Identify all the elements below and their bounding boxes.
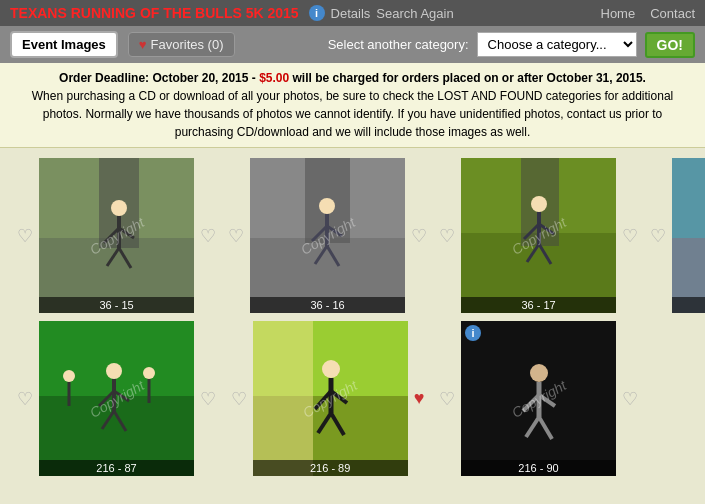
photo-item: ♡ [15,158,218,313]
svg-point-3 [111,200,127,216]
photo-svg [461,158,616,313]
header-bar: TEXANS RUNNING OF THE BULLS 5K 2015 i De… [0,0,705,26]
event-title: TEXANS RUNNING OF THE BULLS 5K 2015 [10,5,299,21]
photo-image: Copyright 216 - 89 [253,321,408,476]
photo-label: 216 - 89 [253,460,408,476]
photo-thumbnail[interactable]: Copyright 216 - 87 [39,321,194,476]
tab-favorites[interactable]: ♥ Favorites (0) [128,32,235,57]
photo-svg [253,321,408,476]
photo-image: Copyright 36 - 17 [461,158,616,313]
photo-item: ♡ Copyr [226,321,429,476]
heart-button-right[interactable]: ♡ [198,223,218,249]
notice-bar: Order Deadline: October 20, 2015 - $5.00… [0,63,705,148]
tab-event-images-label: Event Images [22,37,106,52]
category-selector: Select another category: Choose a catego… [328,32,695,58]
heart-button[interactable]: ♡ [437,386,457,412]
photo-label: 216 - 87 [39,460,194,476]
order-deadline: Order Deadline: October 20, 2015 - $5.00… [15,69,690,87]
photo-grid: ♡ [15,158,690,476]
photo-item: ♡ [648,158,705,313]
photo-label: 36 - 17 [461,297,616,313]
svg-rect-29 [672,158,705,238]
heart-button[interactable]: ♡ [229,386,249,412]
heart-button[interactable]: ♡ [15,223,35,249]
photo-label: 36 - 15 [39,297,194,313]
search-again-link[interactable]: Search Again [376,6,453,21]
photo-thumbnail[interactable]: Copyright 36 - 16 [250,158,405,313]
tab-event-images[interactable]: Event Images [10,31,118,58]
photo-thumbnail[interactable]: Copyright 216 - 89 [253,321,408,476]
photo-wrapper: ♡ [648,158,705,313]
heart-icon: ♥ [139,37,147,52]
tab-favorites-label: Favorites (0) [151,37,224,52]
photo-thumbnail[interactable]: Copyright 36 - 15 [39,158,194,313]
photo-image: Copyright 143 - 76 [672,158,705,313]
svg-point-52 [143,367,155,379]
header-nav: Home Contact [601,6,696,21]
svg-point-50 [63,370,75,382]
svg-point-57 [322,360,340,378]
svg-rect-56 [253,321,313,476]
heart-button[interactable]: ♡ [15,386,35,412]
photo-image: Copyright i 216 - 90 [461,321,616,476]
photo-wrapper: ♡ Copyr [437,158,640,313]
heart-button[interactable]: ♡ [437,223,457,249]
heart-button-right[interactable]: ♥ [412,386,427,411]
price-notice: $5.00 [259,71,289,85]
home-link[interactable]: Home [601,6,636,21]
details-link[interactable]: Details [331,6,371,21]
photo-label: 216 - 90 [461,460,616,476]
photo-wrapper: ♡ Copyright i [437,321,640,476]
photo-svg [39,158,194,313]
svg-point-12 [319,198,335,214]
photo-item: ♡ [15,321,218,476]
photo-svg [461,321,616,476]
category-select[interactable]: Choose a category... [477,32,637,57]
contact-link[interactable]: Contact [650,6,695,21]
svg-point-64 [530,364,548,382]
photo-item: ♡ Copyr [226,158,429,313]
header-left: TEXANS RUNNING OF THE BULLS 5K 2015 i De… [10,5,454,21]
photo-wrapper: ♡ Copyr [229,321,427,476]
heart-button[interactable]: ♡ [226,223,246,249]
heart-button-right[interactable]: ♡ [620,223,640,249]
photo-wrapper: ♡ [15,158,218,313]
heart-button-right[interactable]: ♡ [198,386,218,412]
go-button[interactable]: GO! [645,32,695,58]
svg-point-44 [106,363,122,379]
photo-item: ♡ Copyr [437,158,640,313]
photo-wrapper: ♡ [15,321,218,476]
photo-svg [39,321,194,476]
info-icon: i [309,5,325,21]
photo-thumbnail[interactable]: Copyright 36 - 17 [461,158,616,313]
heart-button-right[interactable]: ♡ [409,223,429,249]
photo-wrapper: ♡ Copyr [226,158,429,313]
photo-thumbnail[interactable]: Copyright i 216 - 90 [461,321,616,476]
photo-thumbnail[interactable]: Copyright 143 - 76 [672,158,705,313]
photo-item: ♡ Copyright i [437,321,640,476]
info-badge: i [465,325,481,341]
photo-image: Copyright 216 - 87 [39,321,194,476]
header-info: i Details Search Again [309,5,454,21]
heart-button-right[interactable]: ♡ [620,386,640,412]
notice-details: When purchasing a CD or download of all … [15,87,690,141]
photo-image: Copyright 36 - 16 [250,158,405,313]
photo-image: Copyright 36 - 15 [39,158,194,313]
category-label: Select another category: [328,37,469,52]
tab-bar: Event Images ♥ Favorites (0) Select anot… [0,26,705,63]
photo-label: 36 - 16 [250,297,405,313]
photo-label: 143 - 76 [672,297,705,313]
svg-point-21 [531,196,547,212]
heart-button[interactable]: ♡ [648,223,668,249]
photo-item-empty [648,321,705,476]
photo-svg [250,158,405,313]
photo-svg [672,158,705,313]
main-content: ♡ [0,148,705,486]
